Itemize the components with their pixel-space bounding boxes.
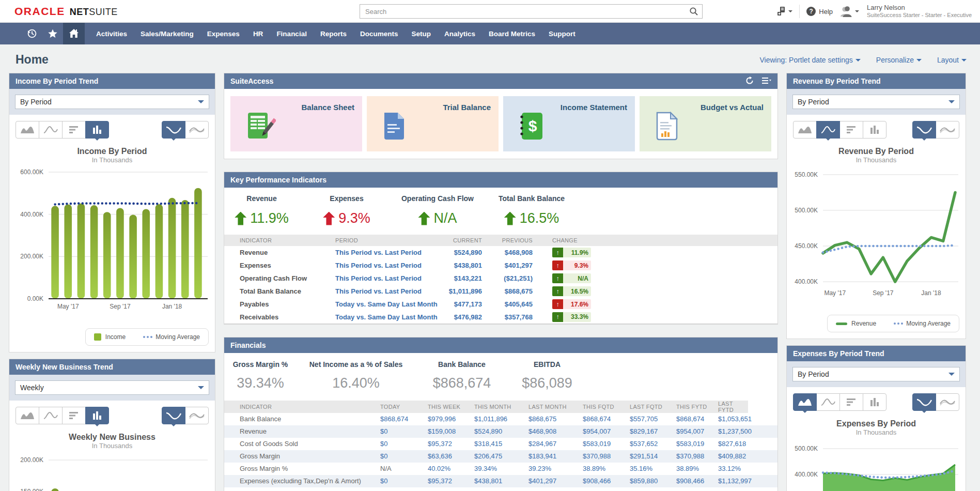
svg-text:400.00K: 400.00K [795, 471, 818, 478]
financials-table-row: EBITDA$0$63,636$86,089$67,611$45,540($30… [224, 487, 777, 491]
recent-records-icon[interactable] [22, 23, 42, 44]
chart-type-hbar-icon[interactable] [839, 393, 863, 411]
chart-type-hbar-icon[interactable] [62, 121, 86, 139]
chart-legend: Income Moving Average [15, 328, 209, 346]
period-select[interactable]: By Period [792, 95, 960, 109]
chart-type-vbar-icon[interactable] [863, 121, 886, 139]
portlet-header[interactable]: Income By Period Trend [9, 73, 215, 89]
overlay-trend-icon[interactable] [912, 121, 936, 139]
portlet-menu-icon[interactable] [762, 77, 771, 86]
trial-balance-icon [382, 112, 406, 143]
dashboard-content: Income By Period Trend By Period Income … [0, 73, 980, 491]
home-icon[interactable] [63, 23, 85, 44]
financials-table-row: Gross Margin$0$63,636$206,475$183,941$37… [224, 450, 777, 463]
overlay-compare-icon[interactable] [936, 121, 959, 139]
financials-table-header: INDICATORTODAYTHIS WEEKTHIS MONTHLAST MO… [224, 401, 777, 413]
search-input[interactable] [360, 4, 703, 19]
financials-table-row: Revenue$0$159,008$524,890$468,908$954,00… [224, 425, 777, 438]
chart-type-vbar-icon[interactable] [863, 393, 886, 411]
chart-type-line-icon[interactable] [39, 121, 63, 139]
portlet-header[interactable]: Weekly New Business Trend [9, 359, 215, 375]
overlay-trend-icon[interactable] [162, 121, 185, 139]
chart-type-vbar-icon[interactable] [85, 121, 109, 139]
nav-item-support[interactable]: Support [549, 30, 575, 38]
nav-item-sales-marketing[interactable]: Sales/Marketing [141, 30, 194, 38]
help-button[interactable]: Help [806, 7, 833, 16]
nav-item-activities[interactable]: Activities [96, 30, 127, 38]
chart-legend: Revenue Moving Average [793, 315, 959, 332]
nav-item-board-metrics[interactable]: Board Metrics [489, 30, 535, 38]
moving-average-swatch [894, 323, 896, 325]
chart-type-vbar-icon[interactable] [85, 407, 109, 424]
weekly-select[interactable]: Weekly [15, 380, 209, 395]
chart-type-line-icon[interactable] [816, 121, 840, 139]
viewing-settings-link[interactable]: Viewing: Portlet date settings [760, 56, 861, 64]
chart-type-area-icon[interactable] [15, 407, 39, 424]
chevron-down-icon [855, 59, 861, 64]
chevron-down-icon [948, 373, 955, 379]
chart-type-area-icon[interactable] [793, 393, 817, 411]
balance-sheet-icon [246, 112, 276, 143]
tile-trial-balance[interactable]: Trial Balance [367, 96, 499, 151]
overlay-compare-icon[interactable] [185, 121, 209, 139]
portlet-header[interactable]: SuiteAccess [224, 73, 777, 89]
chart-type-area-icon[interactable] [793, 121, 817, 139]
change-badge: ↑9.3% [552, 260, 591, 270]
chart-type-hbar-icon[interactable] [62, 407, 86, 424]
tile-balance-sheet[interactable]: Balance Sheet [230, 96, 362, 151]
budget-vs-actual-icon [655, 112, 679, 143]
chart-svg: 500.00K400.00K [793, 440, 959, 491]
period-select[interactable]: By Period [792, 367, 960, 381]
portlet-header[interactable]: Revenue By Period Trend [787, 73, 966, 89]
chart-subtitle: In Thousands [15, 156, 209, 164]
overlay-compare-icon[interactable] [185, 407, 209, 424]
chart-type-line-icon[interactable] [816, 393, 840, 411]
nav-item-reports[interactable]: Reports [320, 30, 347, 38]
chart-card: Expenses By Period In Thousands 500.00K4… [787, 387, 966, 491]
chart-type-area-icon[interactable] [15, 121, 39, 139]
chart-type-hbar-icon[interactable] [839, 121, 863, 139]
shortcuts-star-icon[interactable] [42, 23, 63, 44]
kpi-headline-operating-cash-flow: Operating Cash FlowN/A [394, 194, 481, 226]
nav-item-hr[interactable]: HR [253, 30, 263, 38]
nav-item-expenses[interactable]: Expenses [207, 30, 240, 38]
svg-text:200.00K: 200.00K [20, 456, 43, 464]
portlet-header[interactable]: Key Performance Indicators [224, 172, 777, 188]
nav-item-setup[interactable]: Setup [411, 30, 431, 38]
user-avatar[interactable] [839, 5, 859, 18]
nav-item-financial[interactable]: Financial [276, 30, 307, 38]
up-arrow-icon: ↑ [552, 299, 563, 309]
up-arrow-icon: ↑ [552, 273, 563, 283]
chart-type-line-icon[interactable] [39, 407, 63, 424]
overlay-trend-icon[interactable] [162, 407, 185, 424]
search-icon[interactable] [689, 7, 698, 18]
revenue-series-swatch [836, 323, 847, 325]
right-column: Revenue By Period Trend By Period Revenu… [786, 73, 966, 491]
overlay-compare-icon[interactable] [936, 393, 959, 411]
svg-text:$: $ [528, 117, 537, 134]
financials-portlet: Financials Gross Margin %39.34%Net Incom… [224, 337, 778, 491]
layout-link[interactable]: Layout [937, 56, 967, 64]
refresh-icon[interactable] [745, 76, 754, 86]
create-new-icon[interactable] [776, 6, 792, 17]
kpi-headline-row: Revenue11.9%Expenses9.3%Operating Cash F… [224, 188, 777, 235]
chevron-down-icon [961, 59, 967, 64]
personalize-link[interactable]: Personalize [876, 56, 922, 64]
portlet-header[interactable]: Financials [224, 337, 777, 353]
nav-item-analytics[interactable]: Analytics [444, 30, 475, 38]
revenue-by-period-chart: 550.00K500.00K450.00K400.00KMay '17Sep '… [793, 168, 959, 301]
overlay-trend-icon[interactable] [912, 393, 936, 411]
left-column: Income By Period Trend By Period Income … [9, 73, 215, 491]
kpi-table-row: PayablesToday vs. Same Day Last Month$47… [224, 298, 777, 311]
user-info: Larry Nelson SuiteSuccess Starter - Star… [867, 4, 972, 19]
portlet-header[interactable]: Expenses By Period Trend [787, 346, 966, 361]
chart-toolbar [793, 393, 959, 411]
tile-budget-vs-actual[interactable]: Budget vs Actual [640, 96, 771, 151]
financials-headline-gross-margin: Gross Margin %39.34% [224, 360, 297, 391]
svg-text:400.00K: 400.00K [20, 211, 43, 218]
period-select[interactable]: By Period [15, 95, 209, 109]
moving-average-swatch [143, 336, 145, 338]
nav-item-documents[interactable]: Documents [360, 30, 398, 38]
main-nav: ActivitiesSales/MarketingExpensesHRFinan… [0, 23, 980, 44]
tile-income-statement[interactable]: Income Statement $ [503, 96, 635, 151]
